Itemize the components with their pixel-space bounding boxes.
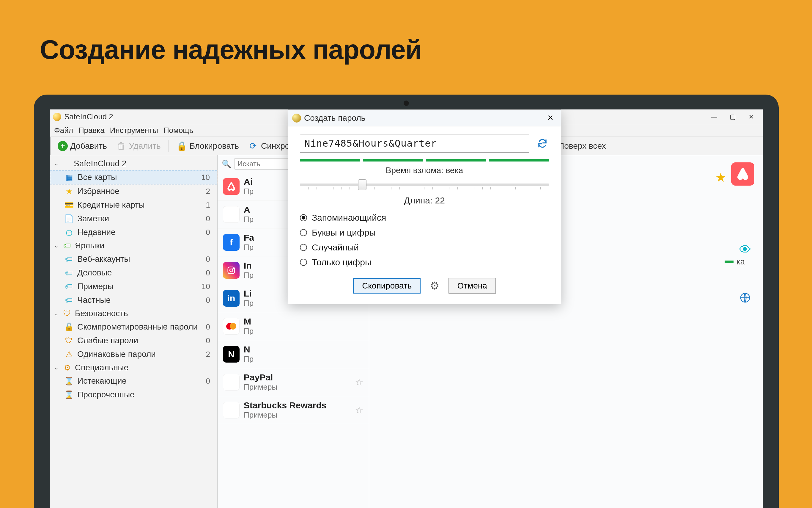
unlock-icon: 🔓 (64, 322, 74, 332)
radio-letters-digits-label: Буквы и цифры (312, 227, 376, 238)
card-title: PayPal (244, 372, 277, 382)
menu-file[interactable]: Файл (54, 126, 73, 135)
svg-point-1 (230, 269, 233, 272)
card-title: A (244, 205, 253, 215)
sidebar-item-web-accounts[interactable]: 🏷 Веб-аккаунты 0 (50, 252, 217, 266)
svg-point-4 (230, 323, 236, 330)
generated-password-input[interactable] (300, 134, 529, 153)
sidebar-item-examples[interactable]: 🏷 Примеры 10 (50, 280, 217, 293)
compromised-label: Скомпрометированные пароли (77, 322, 198, 332)
card-row-starbucks[interactable]: ✺ Starbucks Rewards Примеры ☆ (218, 396, 369, 424)
web-accounts-label: Веб-аккаунты (77, 254, 130, 264)
close-button[interactable]: ✕ (749, 113, 754, 121)
linkedin-icon: in (223, 290, 240, 307)
radio-letters-digits[interactable]: Буквы и цифры (300, 227, 549, 238)
sidebar-group-security[interactable]: ⌄ 🛡 Безопасность (50, 307, 217, 320)
minimize-button[interactable]: — (711, 113, 717, 121)
lock-icon: 🔒 (177, 141, 187, 152)
card-title: Ai (244, 177, 253, 187)
card-row-netflix[interactable]: N N Пр (218, 340, 369, 368)
favorites-count: 2 (206, 187, 214, 196)
duplicate-label: Одинаковые пароли (77, 349, 156, 359)
menu-help[interactable]: Помощь (163, 126, 193, 135)
expired-label: Просроченные (77, 390, 135, 399)
slider-thumb[interactable] (358, 179, 367, 190)
favorite-toggle[interactable]: ☆ (355, 377, 364, 388)
open-url-icon[interactable] (739, 292, 751, 304)
sidebar-group-special[interactable]: ⌄ ⚙ Специальные (50, 361, 217, 374)
business-count: 0 (206, 268, 214, 278)
strength-meter (300, 159, 549, 162)
sidebar-item-favorites[interactable]: ★ Избранное 2 (50, 184, 217, 198)
radio-icon (300, 259, 307, 266)
card-title: In (244, 260, 253, 271)
card-subtitle: Пр (244, 215, 253, 224)
sidebar-item-all-cards[interactable]: ▦ Все карты 10 (50, 170, 217, 184)
sidebar-item-credit-cards[interactable]: 💳 Кредитные карты 1 (50, 198, 217, 212)
sidebar-item-recent[interactable]: ◷ Недавние 0 (50, 225, 217, 239)
strength-indicator-peek: ка (725, 257, 745, 266)
shield-warning-icon: 🛡 (64, 336, 74, 345)
favorite-star[interactable]: ★ (715, 170, 726, 185)
length-label: Длина: 22 (300, 196, 549, 206)
generator-settings-button[interactable]: ⚙ (428, 280, 441, 292)
sidebar-root-label: SafeInCloud 2 (74, 159, 126, 168)
card-row-mastercard[interactable]: M Пр (218, 312, 369, 340)
app-window: SafeInCloud 2 — ▢ ✕ Файл Правка Инструме… (50, 110, 763, 508)
sidebar-item-expiring[interactable]: ⌛ Истекающие 0 (50, 374, 217, 388)
sidebar-root[interactable]: ⌄ SafeInCloud 2 (50, 157, 217, 170)
favorite-toggle[interactable]: ☆ (355, 405, 364, 416)
strength-suffix: ка (736, 257, 745, 266)
radio-digits-only[interactable]: Только цифры (300, 257, 549, 267)
compromised-count: 0 (206, 323, 214, 332)
promo-title: Создание надежных паролей (40, 35, 422, 65)
chevron-down-icon: ⌄ (53, 160, 59, 167)
radio-digits-only-label: Только цифры (312, 257, 372, 267)
radio-random[interactable]: Случайный (300, 242, 549, 253)
menu-tools[interactable]: Инструменты (110, 126, 158, 135)
weak-count: 0 (206, 336, 214, 345)
sidebar-item-private[interactable]: 🏷 Частные 0 (50, 293, 217, 307)
expiring-count: 0 (206, 377, 214, 386)
dialog-close-button[interactable]: ✕ (544, 112, 557, 124)
creditcard-icon: 💳 (64, 200, 74, 210)
credit-cards-count: 1 (206, 201, 214, 210)
card-row-paypal[interactable]: P PayPal Примеры ☆ (218, 368, 369, 396)
toolbar-separator (169, 140, 169, 152)
netflix-icon: N (223, 346, 240, 363)
all-cards-count: 10 (201, 173, 214, 182)
radio-icon (300, 214, 307, 221)
show-password-icon[interactable]: 👁 (739, 243, 751, 257)
delete-label: Удалить (129, 141, 161, 151)
star-icon: ★ (64, 186, 74, 196)
recent-label: Недавние (77, 227, 115, 237)
sidebar-item-duplicate[interactable]: ⚠ Одинаковые пароли 2 (50, 347, 217, 361)
crack-time-label: Время взлома: века (300, 166, 549, 175)
length-slider[interactable] (300, 183, 549, 190)
delete-button[interactable]: 🗑 Удалить (113, 139, 164, 153)
regenerate-button[interactable] (536, 137, 549, 150)
warning-icon: ⚠ (64, 349, 74, 359)
sidebar-group-labels[interactable]: ⌄ 🏷 Ярлыки (50, 239, 217, 252)
maximize-button[interactable]: ▢ (730, 113, 736, 121)
sidebar-item-expired[interactable]: ⌛ Просроченные (50, 388, 217, 401)
sidebar-item-compromised[interactable]: 🔓 Скомпрометированные пароли 0 (50, 320, 217, 334)
sidebar-item-weak[interactable]: 🛡 Слабые пароли 0 (50, 334, 217, 347)
card-title: Li (244, 289, 253, 299)
menu-edit[interactable]: Правка (79, 126, 105, 135)
radio-memorable[interactable]: Запоминающийся (300, 213, 549, 223)
radio-memorable-label: Запоминающийся (312, 213, 386, 223)
sidebar-item-notes[interactable]: 📄 Заметки 0 (50, 212, 217, 225)
radio-icon (300, 244, 307, 251)
card-subtitle: Пр (244, 327, 253, 336)
add-button[interactable]: + Добавить (55, 140, 110, 152)
lock-button[interactable]: 🔒 Блокировать (174, 139, 242, 153)
copy-button[interactable]: Скопировать (353, 278, 421, 294)
card-subtitle: Примеры (244, 411, 326, 420)
sidebar-item-business[interactable]: 🏷 Деловые 0 (50, 266, 217, 280)
grid-icon: ▦ (64, 172, 74, 182)
tag-icon: 🏷 (64, 268, 74, 278)
cancel-button[interactable]: Отмена (448, 278, 495, 294)
add-label: Добавить (70, 141, 107, 151)
generator-dialog: Создать пароль ✕ Время взлома: века (288, 110, 561, 304)
